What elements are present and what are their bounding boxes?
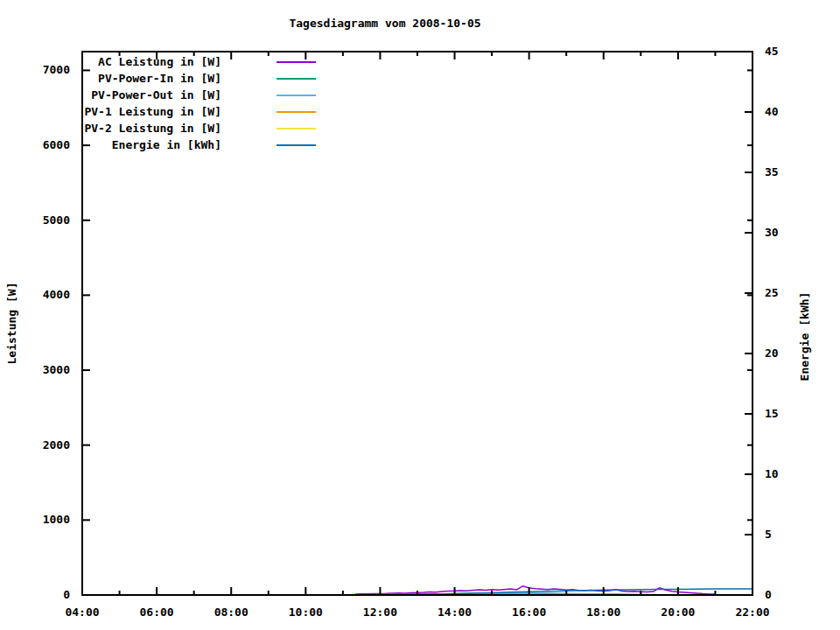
y-left-tick-label: 1000 bbox=[43, 513, 70, 526]
y-right-tick-label: 40 bbox=[765, 105, 779, 118]
x-tick-label: 20:00 bbox=[661, 606, 695, 619]
y-right-tick-label: 5 bbox=[765, 528, 772, 541]
y-right-tick-label: 25 bbox=[765, 286, 779, 299]
y-left-tick-label: 2000 bbox=[43, 438, 70, 452]
legend-label-pv-2-leistung-in-w: PV-2 Leistung in [W] bbox=[84, 122, 221, 135]
y-left-tick-label: 6000 bbox=[43, 138, 70, 151]
x-tick-label: 08:00 bbox=[214, 606, 248, 619]
y-right-tick-label: 10 bbox=[765, 467, 779, 480]
chart-canvas: 04:0006:0008:0010:0012:0014:0016:0018:00… bbox=[0, 0, 840, 630]
y-left-tick-label: 0 bbox=[63, 588, 70, 601]
x-tick-label: 04:00 bbox=[65, 606, 99, 619]
legend-label-pv-power-in-in-w: PV-Power-In in [W] bbox=[98, 72, 221, 85]
x-tick-label: 16:00 bbox=[512, 606, 546, 619]
x-tick-label: 22:00 bbox=[735, 606, 769, 619]
chart-title: Tagesdiagramm vom 2008-10-05 bbox=[289, 17, 480, 30]
x-tick-label: 10:00 bbox=[289, 606, 323, 619]
y-right-tick-label: 30 bbox=[765, 226, 779, 239]
legend-label-energie-in-kwh: Energie in [kWh] bbox=[112, 138, 221, 151]
y-left-tick-label: 3000 bbox=[43, 363, 70, 376]
legend-label-pv-power-out-in-w: PV-Power-Out in [W] bbox=[91, 88, 221, 102]
y-right-tick-label: 35 bbox=[765, 165, 779, 178]
y-right-tick-label: 0 bbox=[765, 588, 772, 601]
tagesdiagramm-chart: 04:0006:0008:0010:0012:0014:0016:0018:00… bbox=[0, 0, 840, 630]
y-right-tick-label: 15 bbox=[765, 407, 779, 420]
y-left-tick-label: 5000 bbox=[43, 214, 70, 227]
x-tick-label: 06:00 bbox=[140, 606, 174, 619]
x-tick-label: 12:00 bbox=[363, 606, 397, 619]
y-right-axis-label: Energie [kWh] bbox=[798, 292, 811, 382]
legend-label-ac-leistung-in-w: AC Leistung in [W] bbox=[98, 55, 221, 68]
y-right-tick-label: 20 bbox=[765, 346, 779, 360]
y-left-axis-label: Leistung [W] bbox=[5, 283, 18, 365]
x-tick-label: 18:00 bbox=[586, 606, 620, 619]
y-left-tick-label: 4000 bbox=[43, 288, 70, 301]
legend-label-pv-1-leistung-in-w: PV-1 Leistung in [W] bbox=[84, 105, 221, 118]
y-left-tick-label: 7000 bbox=[43, 63, 70, 76]
y-right-tick-label: 45 bbox=[765, 45, 779, 58]
x-tick-label: 14:00 bbox=[438, 606, 472, 619]
